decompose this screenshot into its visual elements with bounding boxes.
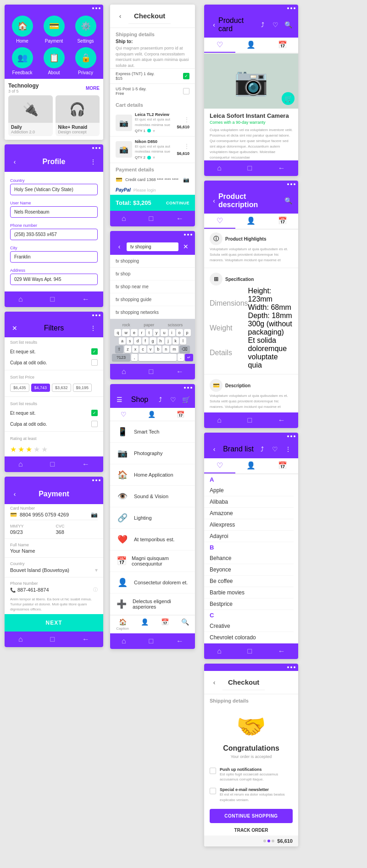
key-s[interactable]: s xyxy=(127,337,133,345)
checkbox-empty-2[interactable] xyxy=(91,421,98,427)
key-h[interactable]: h xyxy=(157,337,164,345)
product-desc-tab-calendar[interactable]: 📅 xyxy=(267,214,298,229)
shop-item-home-app[interactable]: 🏠 Home Application xyxy=(110,464,195,486)
brand-share-icon[interactable]: ⤴ xyxy=(258,445,267,454)
product-nav-back-icon[interactable]: ← xyxy=(278,164,285,172)
search-nav-home-icon[interactable]: ⌂ xyxy=(122,368,126,376)
shop-share-icon[interactable]: ⤴ xyxy=(156,395,165,404)
home-icon-payment[interactable]: 💳 Payment xyxy=(40,16,68,44)
shop-nav-square-icon[interactable]: □ xyxy=(149,637,153,645)
more-icon[interactable]: ⋮ xyxy=(89,157,98,166)
product-desc-nav-home-icon[interactable]: ⌂ xyxy=(217,416,222,424)
search-input[interactable]: tv shoping xyxy=(127,242,178,251)
search-result-5[interactable]: tv shopping networks xyxy=(110,306,195,319)
key-j[interactable]: j xyxy=(165,337,172,345)
key-w[interactable]: w xyxy=(122,329,130,336)
uspost-checkbox[interactable] xyxy=(183,88,189,94)
search-result-2[interactable]: tv shop xyxy=(110,268,195,280)
address-input[interactable] xyxy=(10,274,98,285)
product-desc-nav-square-icon[interactable]: □ xyxy=(247,416,252,424)
nav-back-icon[interactable]: ← xyxy=(82,295,89,303)
shop-item-smart-tech[interactable]: 📱 Smart Tech xyxy=(110,421,195,443)
country-input[interactable] xyxy=(10,184,98,195)
phone-input[interactable] xyxy=(10,229,98,240)
shop-item-lighting[interactable]: 🔗 Lighting xyxy=(110,507,195,529)
checkout-back-icon[interactable]: ‹ xyxy=(116,11,125,21)
key-f[interactable]: f xyxy=(142,337,149,345)
shop-item-at-temp[interactable]: ❤️ At temporibus est. xyxy=(110,529,195,550)
key-comma[interactable]: , xyxy=(131,354,138,361)
username-input[interactable] xyxy=(10,206,98,218)
game-scissors[interactable]: scissors xyxy=(168,323,183,327)
express-checkbox[interactable]: ✓ xyxy=(183,73,189,79)
express-option[interactable]: Express (TNT) 1 day. $15 ✓ xyxy=(110,68,195,83)
filter-option-3[interactable]: Et neque sit. ✓ xyxy=(5,407,103,418)
star-4[interactable]: ★ xyxy=(33,445,40,454)
brand-be-coffee[interactable]: Be coffee xyxy=(204,576,294,587)
key-g[interactable]: g xyxy=(150,337,156,345)
price-btn-2[interactable]: $4,743 xyxy=(31,384,50,392)
game-paper[interactable]: paper xyxy=(144,323,154,327)
city-input[interactable] xyxy=(10,251,98,263)
brand-apple[interactable]: Apple xyxy=(204,485,294,496)
brand-heart-icon[interactable]: ♡ xyxy=(271,445,280,454)
key-d[interactable]: d xyxy=(134,337,141,345)
checkout-nav-square-icon[interactable]: □ xyxy=(149,214,153,223)
product-tab-user[interactable]: 👤 xyxy=(235,38,267,53)
brand-aliexpress[interactable]: Aliexpress xyxy=(204,519,294,531)
shop-menu-icon[interactable]: ☰ xyxy=(115,395,124,404)
filter-option-2[interactable]: Culpa at odit odio. xyxy=(5,357,103,368)
search-result-4[interactable]: tv shopping guide xyxy=(110,293,195,306)
product-search-icon[interactable]: 🔍 xyxy=(284,20,293,29)
brand-tab-calendar[interactable]: 📅 xyxy=(267,458,298,473)
brand-beyonce[interactable]: Beyonce xyxy=(204,564,294,576)
back-icon[interactable]: ‹ xyxy=(10,157,19,166)
brand-back-icon[interactable]: ‹ xyxy=(210,445,219,454)
home-icon-privacy[interactable]: 🔒 Privacy xyxy=(72,47,100,75)
star-3[interactable]: ★ xyxy=(26,445,32,454)
shop-item-photography[interactable]: 📷 Photography xyxy=(110,443,195,464)
key-b[interactable]: b xyxy=(155,346,161,353)
star-2[interactable]: ★ xyxy=(18,445,24,454)
key-space[interactable] xyxy=(139,354,177,361)
filters-more-icon[interactable]: ⋮ xyxy=(89,324,98,333)
key-x[interactable]: x xyxy=(132,346,139,353)
product-desc-search-icon[interactable]: 🔍 xyxy=(284,196,293,205)
brand-nav-square-icon[interactable]: □ xyxy=(247,647,252,655)
tech-card-nike[interactable]: 🎧 Nike+ Runaid Design concept xyxy=(56,95,100,136)
star-5[interactable]: ★ xyxy=(41,445,48,454)
shop-item-delectus[interactable]: ➕ Delectus eligendi asperiores xyxy=(110,593,195,615)
checkout-nav-home-icon[interactable]: ⌂ xyxy=(122,214,126,223)
key-u[interactable]: u xyxy=(161,329,167,336)
search-result-1[interactable]: tv shopping xyxy=(110,255,195,268)
cart-item-2-more[interactable]: ⋮ xyxy=(184,143,189,149)
checkbox-checked-2[interactable]: ✓ xyxy=(91,410,98,416)
brand-barbie-movies[interactable]: Barbie movies xyxy=(204,587,294,599)
shop-bottom-search[interactable]: 🔍 xyxy=(181,618,189,631)
filters-nav-home-icon[interactable]: ⌂ xyxy=(18,460,23,468)
brand-nav-home-icon[interactable]: ⌂ xyxy=(217,647,222,655)
brand-tab-heart[interactable]: ♡ xyxy=(204,458,235,473)
key-shift[interactable]: ⇧ xyxy=(115,346,123,353)
payment-nav-home-icon[interactable]: ⌂ xyxy=(18,635,23,643)
search-close-icon[interactable]: ✕ xyxy=(181,242,190,251)
key-z[interactable]: z xyxy=(124,346,131,353)
shop-bottom-home[interactable]: 🏠 Caption xyxy=(116,618,129,631)
home-icon-settings[interactable]: ⚙️ Settings xyxy=(72,16,100,44)
checkout-continue-btn[interactable]: CONTINUE xyxy=(166,201,189,205)
key-l[interactable]: l xyxy=(180,337,186,345)
add-to-cart-button[interactable]: 🛒 xyxy=(282,92,295,105)
shop-tab-calendar[interactable]: 📅 xyxy=(177,411,184,418)
shop-tab-heart[interactable]: ♡ xyxy=(121,411,127,418)
uspost-option[interactable]: US Post 1-5 day. Free xyxy=(110,83,195,99)
product-tab-calendar[interactable]: 📅 xyxy=(267,38,298,53)
product-heart-icon[interactable]: ♡ xyxy=(271,20,280,29)
email-notif-checkbox[interactable] xyxy=(210,788,216,794)
shop-heart-icon[interactable]: ♡ xyxy=(168,395,178,404)
shop-bottom-calendar[interactable]: 📅 xyxy=(161,618,169,631)
checkbox-checked-1[interactable]: ✓ xyxy=(91,348,98,355)
filters-nav-back-icon[interactable]: ← xyxy=(82,460,89,468)
key-v[interactable]: v xyxy=(147,346,154,353)
brand-more-icon[interactable]: ⋮ xyxy=(284,445,293,454)
search-nav-square-icon[interactable]: □ xyxy=(149,368,153,376)
